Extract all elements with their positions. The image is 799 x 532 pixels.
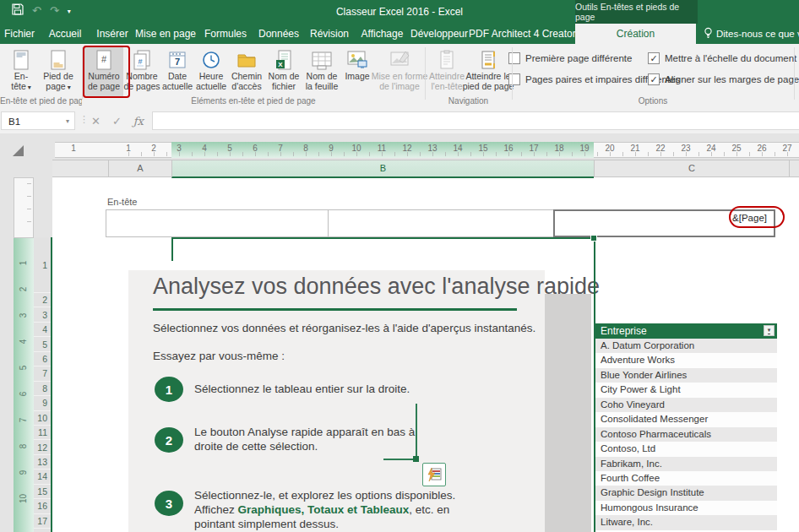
row-header[interactable]: 10 — [34, 411, 51, 426]
row-header[interactable]: 13 — [34, 455, 51, 470]
row-header[interactable]: 1 — [34, 237, 51, 293]
selection-border-top — [171, 237, 595, 239]
goto-footer-button[interactable]: Atteindre lepied de page — [466, 46, 510, 97]
current-time-button[interactable]: Heureactuelle — [194, 46, 228, 97]
chevron-down-icon: ▾ — [28, 84, 31, 91]
formula-input[interactable] — [152, 111, 799, 130]
row-header[interactable]: 9 — [34, 396, 51, 410]
selection-fill-handle[interactable] — [590, 235, 597, 242]
group-label: Options — [512, 96, 794, 106]
column-header-b[interactable]: B — [171, 160, 594, 178]
header-section-center[interactable] — [328, 209, 553, 237]
row-header[interactable]: 11 — [34, 426, 51, 440]
chevron-down-icon: ▾ — [68, 84, 71, 91]
ruler-number: 17 — [521, 144, 546, 153]
ribbon-tab[interactable]: Développeur — [410, 24, 469, 44]
clock-icon — [201, 48, 221, 72]
table-row[interactable]: Fourth Coffee — [595, 471, 777, 486]
table-row[interactable]: Fabrikam, Inc. — [595, 457, 777, 471]
ribbon-tab[interactable]: Données — [253, 24, 304, 44]
ruler-number: 9 — [14, 459, 34, 486]
ribbon-tab[interactable]: Formules — [198, 24, 253, 44]
picture-button[interactable]: Image — [341, 46, 373, 97]
row-header[interactable]: 2 — [34, 293, 51, 307]
column-header-c[interactable]: C — [594, 160, 790, 176]
excel-window: ↶ ↷ ▾ Classeur Excel 2016 - Excel Outils… — [0, 0, 799, 532]
table-row[interactable]: Contoso, Ltd — [595, 442, 777, 456]
goto-header-button[interactable]: Atteindrel'en-tête — [427, 46, 466, 97]
ribbon-checkbox[interactable]: ✓ Aligner sur les marges de page — [648, 73, 799, 85]
table-row[interactable]: Blue Yonder Airlines — [595, 368, 777, 383]
file-path-button[interactable]: Chemind'accès — [228, 46, 265, 97]
current-date-button[interactable]: 7 Dateactuelle — [160, 46, 194, 97]
header-button[interactable]: En-tête▾ — [3, 46, 39, 97]
ruler-number: 2 — [141, 144, 166, 153]
row-header[interactable]: 14 — [34, 470, 51, 484]
separator-dots: ⋮ — [79, 114, 89, 125]
row-header[interactable]: 16 — [34, 499, 51, 513]
folder-icon — [236, 48, 257, 72]
table-row[interactable]: Coho Vineyard — [595, 398, 777, 412]
format-picture-button[interactable]: Mise en formede l'image — [373, 46, 426, 97]
footer-icon — [49, 48, 68, 72]
ruler-number: 9 — [318, 144, 344, 153]
ribbon-tab[interactable]: Fichier — [0, 24, 39, 44]
table-row[interactable]: Litware, Inc. — [595, 515, 777, 529]
ruler-number: 5 — [217, 144, 242, 153]
sheet-name-button[interactable]: Nom dela feuille — [302, 46, 341, 97]
table-row[interactable]: Contoso Pharmaceuticals — [595, 427, 777, 442]
cancel-icon[interactable]: ✕ — [91, 115, 101, 128]
header-section-right[interactable]: &[Page] — [553, 209, 775, 237]
group-label: Navigation — [425, 96, 512, 106]
name-box[interactable]: B1 ▾ — [1, 111, 75, 130]
tell-me-box[interactable]: Dites-nous ce que vou — [704, 24, 799, 44]
row-header[interactable]: 3 — [34, 307, 51, 322]
contextual-tab-group-label: Outils En-têtes et pieds de page — [575, 0, 698, 24]
footer-button[interactable]: Pied depage▾ — [39, 46, 78, 97]
page-count-button[interactable]: # Nombrede pages — [123, 46, 160, 97]
ruler-number: 14 — [445, 144, 470, 153]
ribbon-tab[interactable]: Affichage — [355, 24, 410, 44]
table-row[interactable]: Humongous Insurance — [595, 501, 777, 515]
ribbon-tab[interactable]: Création — [575, 24, 696, 44]
row-header[interactable]: 12 — [34, 440, 51, 454]
row-header[interactable]: 6 — [34, 352, 51, 366]
table-row[interactable]: A. Datum Corporation — [595, 339, 777, 353]
row-header[interactable]: 4 — [34, 323, 51, 337]
table-row[interactable]: Adventure Works — [595, 353, 777, 367]
table-header-entreprise[interactable]: Entreprise ▾ — [595, 323, 777, 339]
page-count-icon: # — [132, 48, 152, 72]
ribbon-tab[interactable]: Insérer — [91, 24, 133, 44]
row-header[interactable]: 17 — [34, 514, 51, 529]
ruler-number: 3 — [166, 144, 192, 153]
filter-dropdown-button[interactable]: ▾ — [764, 325, 775, 336]
insert-function-icon[interactable]: ƒx — [133, 115, 144, 128]
ruler-number: 7 — [14, 407, 34, 433]
column-header-a[interactable]: A — [108, 160, 171, 176]
table-row[interactable]: City Power & Light — [595, 383, 777, 397]
chevron-down-icon[interactable]: ▾ — [66, 112, 69, 131]
ribbon-tab[interactable]: Révision — [304, 24, 355, 44]
table-row[interactable]: Graphic Design Institute — [595, 486, 777, 500]
header-section-left[interactable] — [106, 209, 328, 237]
ribbon-tab[interactable]: PDF Architect 4 Creator — [469, 24, 575, 44]
card-subtitle: Sélectionnez vos données et réorganisez-… — [153, 322, 535, 334]
row-header[interactable]: 15 — [34, 485, 51, 499]
row-header[interactable]: 5 — [34, 337, 51, 351]
page-number-button[interactable]: # Numérode page — [84, 46, 123, 97]
enter-icon[interactable]: ✓ — [112, 115, 122, 128]
ruler-number: 6 — [242, 144, 268, 153]
ribbon-checkbox[interactable]: ✓ Mettre à l'échelle du document — [648, 52, 799, 64]
ribbon-tab[interactable]: Mise en page — [133, 24, 198, 44]
step-2-badge: 2 — [155, 427, 183, 453]
file-name-button[interactable]: X Nom defichier — [265, 46, 302, 97]
ruler-number: 20 — [597, 144, 622, 153]
row-header[interactable]: 7 — [34, 366, 51, 381]
table-row[interactable]: Consolidated Messenger — [595, 412, 777, 426]
step-3-text: Sélectionnez-le, et explorez les options… — [194, 488, 455, 531]
quick-analysis-button[interactable] — [422, 463, 446, 486]
ribbon-tab[interactable]: Accueil — [39, 24, 91, 44]
row-header[interactable]: 8 — [34, 382, 51, 396]
ruler-number: 26 — [749, 144, 775, 153]
ruler-number: 21 — [622, 144, 648, 153]
